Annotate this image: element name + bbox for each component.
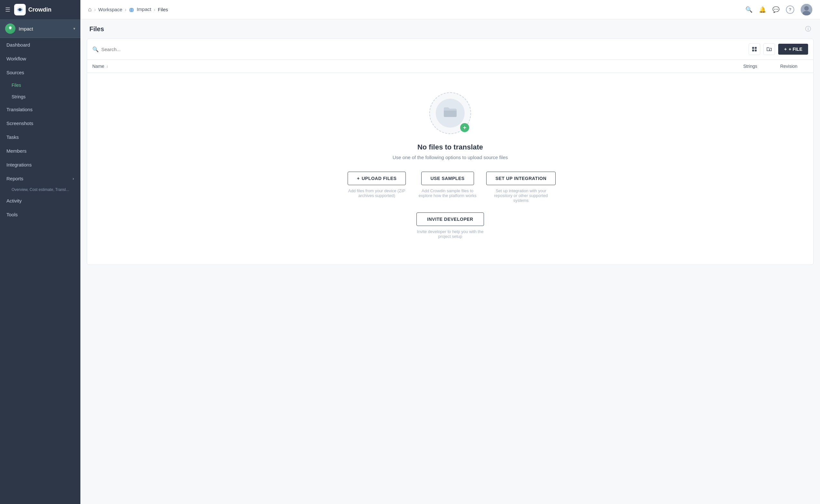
sidebar-item-members[interactable]: Members [0,144,80,158]
sidebar-label-integrations: Integrations [6,162,32,167]
project-name: Impact [19,26,73,31]
svg-rect-14 [755,49,757,51]
empty-actions: + UPLOAD FILES Add files from your devic… [345,172,556,203]
sidebar-label-files: Files [12,83,21,88]
impact-globe-icon [129,7,134,13]
add-folder-button[interactable] [763,43,775,55]
sidebar-item-tasks[interactable]: Tasks [0,130,80,144]
sidebar-label-workflow: Workflow [6,56,26,61]
use-samples-button[interactable]: USE SAMPLES [421,172,474,185]
sort-arrow-icon: ↓ [106,64,108,68]
avatar[interactable] [801,4,812,15]
sidebar-item-sources[interactable]: Sources [0,66,80,79]
svg-rect-12 [755,47,757,49]
page-header: Files ⓘ [80,19,820,39]
page-content: Files ⓘ 🔍 [80,19,820,504]
col-strings-label: Strings [743,64,757,69]
setup-integration-button[interactable]: SET UP INTEGRATION [486,172,556,185]
empty-state: + No files to translate Use one of the f… [87,73,813,265]
home-icon[interactable]: ⌂ [88,6,92,13]
project-avatar-icon [7,25,14,32]
samples-action-group: USE SAMPLES Add Crowdin sample files to … [416,172,480,203]
invite-section: INVITE DEVELOPER Invite developer to hel… [415,212,486,239]
search-box: 🔍 [92,46,745,52]
col-name-header[interactable]: Name ↓ [92,64,731,69]
sidebar-item-tools[interactable]: Tools [0,208,80,221]
invite-developer-label: INVITE DEVELOPER [427,217,473,222]
main-content: ⌂ › Workspace › Impact › Files 🔍 🔔 💬 ? [80,0,820,504]
svg-point-2 [19,8,21,11]
hamburger-icon[interactable]: ☰ [5,6,10,13]
sidebar-reports-sub: Overview, Cost estimate, Transl... [0,185,80,194]
samples-description: Add Crowdin sample files to explore how … [416,188,480,198]
svg-point-4 [9,28,11,30]
svg-rect-11 [752,47,754,49]
breadcrumb-workspace[interactable]: Workspace [98,7,122,12]
sidebar-label-tasks: Tasks [6,134,19,140]
col-revision-label: Revision [780,64,797,69]
sidebar-item-reports[interactable]: Reports › [0,172,80,185]
grid-view-button[interactable] [749,43,760,55]
sidebar-item-activity[interactable]: Activity [0,194,80,208]
folder-svg [443,106,457,118]
topbar-actions: 🔍 🔔 💬 ? [745,4,812,15]
sidebar-item-translations[interactable]: Translations [0,103,80,116]
sidebar-label-strings: Strings [12,94,26,99]
help-icon[interactable]: ? [786,5,794,14]
avatar-svg [801,4,812,15]
breadcrumb: ⌂ › Workspace › Impact › Files [88,6,745,13]
breadcrumb-sep-2: › [125,7,126,12]
upload-action-group: + UPLOAD FILES Add files from your devic… [345,172,409,203]
sidebar-item-screenshots[interactable]: Screenshots [0,116,80,130]
add-file-plus: + [784,47,787,52]
avatar-image [801,4,812,15]
sidebar-label-tools: Tools [6,212,18,217]
sidebar-item-workflow[interactable]: Workflow [0,52,80,66]
sidebar-label-translations: Translations [6,107,32,112]
empty-subtitle: Use one of the following options to uplo… [392,155,508,160]
sidebar-label-reports: Reports [6,176,23,181]
page-title: Files [89,25,104,33]
upload-files-button[interactable]: + UPLOAD FILES [347,172,406,185]
svg-rect-13 [752,49,754,51]
files-panel: 🔍 [87,39,814,265]
breadcrumb-sep-1: › [94,7,96,12]
add-file-label: + FILE [789,47,802,52]
empty-folder-icon [443,106,457,121]
reports-arrow-icon: › [73,176,74,181]
sidebar-item-integrations[interactable]: Integrations [0,158,80,172]
sidebar-label-dashboard: Dashboard [6,42,30,48]
sidebar-item-strings[interactable]: Strings [0,91,80,103]
breadcrumb-impact[interactable]: Impact [129,6,151,12]
add-file-button[interactable]: + + FILE [778,44,808,55]
col-name-label: Name [92,64,104,69]
search-box-icon: 🔍 [92,46,99,52]
project-selector[interactable]: Impact ▾ [0,20,80,38]
sidebar-item-dashboard[interactable]: Dashboard [0,38,80,52]
breadcrumb-sep-3: › [154,7,155,12]
files-toolbar: 🔍 [87,39,813,60]
notifications-icon[interactable]: 🔔 [759,6,766,13]
sidebar-topbar: ☰ Crowdin [0,0,80,20]
table-header: Name ↓ Strings Revision [87,60,813,73]
use-samples-label: USE SAMPLES [431,176,465,181]
invite-developer-button[interactable]: INVITE DEVELOPER [417,212,484,226]
search-input[interactable] [101,47,745,52]
integration-action-group: SET UP INTEGRATION Set up integration wi… [486,172,556,203]
sidebar-label-activity: Activity [6,198,22,203]
sidebar-nav: Dashboard Workflow Sources Files Strings… [0,38,80,221]
integration-description: Set up integration with your repository … [489,188,553,203]
sidebar: ☰ Crowdin Impact ▾ Dashboard Workflow [0,0,80,504]
project-avatar [5,23,15,34]
topbar: ⌂ › Workspace › Impact › Files 🔍 🔔 💬 ? [80,0,820,19]
col-strings-header: Strings [731,64,770,69]
grid-icon [752,47,757,52]
breadcrumb-files: Files [158,7,168,12]
info-icon[interactable]: ⓘ [805,25,811,33]
empty-plus-badge: + [460,123,469,132]
sidebar-item-files[interactable]: Files [0,79,80,91]
messages-icon[interactable]: 💬 [772,6,779,13]
search-icon[interactable]: 🔍 [745,6,752,13]
sidebar-label-reports-sub: Overview, Cost estimate, Transl... [12,187,69,192]
upload-files-label: UPLOAD FILES [362,176,397,181]
